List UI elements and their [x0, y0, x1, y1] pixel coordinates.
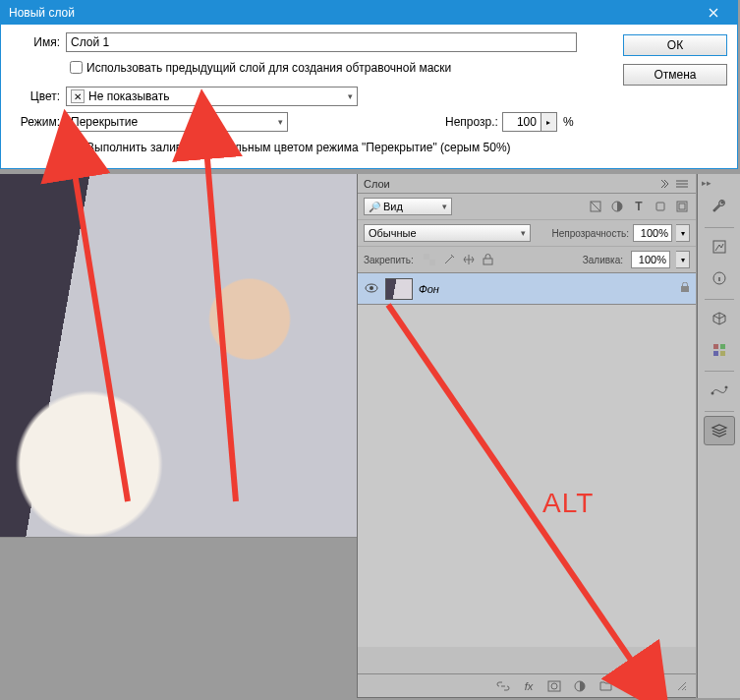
fill-neutral-label: Выполнить заливку нейтральным цветом реж…	[86, 141, 511, 154]
trash-icon[interactable]	[649, 678, 664, 694]
filter-adjust-icon[interactable]	[609, 199, 625, 214]
svg-point-21	[711, 392, 713, 395]
layer-opacity-label: Непрозрачность:	[551, 228, 629, 239]
filter-shape-icon[interactable]	[653, 199, 668, 214]
use-prev-mask-label: Использовать предыдущий слой для создани…	[86, 61, 451, 75]
color-select[interactable]: ✕Не показывать ▾	[66, 87, 358, 106]
history-icon	[712, 239, 727, 255]
adjustment-layer-icon[interactable]	[572, 678, 588, 694]
new-layer-dialog: Новый слой ОК Отмена Имя: Использовать п…	[0, 0, 738, 169]
lock-transparency-icon[interactable]	[422, 252, 437, 267]
fill-input[interactable]	[631, 251, 670, 268]
dialog-title: Новый слой	[9, 1, 75, 25]
chevron-down-icon: ▾	[442, 202, 447, 211]
fill-label: Заливка:	[583, 255, 623, 265]
fx-icon[interactable]: fx	[521, 678, 537, 694]
layers-panel: Слои 🔎Вид ▾ T Обычные ▾ Непрозрачность: …	[357, 174, 696, 698]
filter-smart-icon[interactable]	[674, 199, 690, 214]
lock-label: Закрепить:	[364, 255, 414, 265]
collapse-toolbar-button[interactable]: ▸▸	[702, 178, 712, 192]
mode-label: Режим:	[11, 115, 60, 129]
cube-icon	[712, 311, 727, 326]
opacity-label: Непрозр.:	[445, 115, 498, 129]
svg-point-12	[551, 683, 557, 689]
chevron-down-icon: ▾	[278, 117, 283, 127]
panel-collapse-button[interactable]	[656, 177, 672, 191]
lock-icon	[680, 282, 690, 295]
blend-mode-select[interactable]: Обычные ▾	[364, 224, 531, 242]
filter-pixel-icon[interactable]	[588, 199, 603, 214]
tool-swatches-button[interactable]	[704, 335, 735, 365]
tool-history-button[interactable]	[704, 232, 735, 262]
close-button[interactable]	[698, 3, 729, 23]
annotation-alt-label: ALT	[542, 488, 594, 519]
svg-rect-4	[679, 204, 685, 209]
fill-neutral-checkbox[interactable]	[70, 141, 83, 153]
group-icon[interactable]	[598, 678, 613, 694]
opacity-unit: %	[563, 115, 574, 129]
name-label: Имя:	[11, 35, 60, 49]
svg-rect-15	[713, 241, 725, 253]
cancel-button[interactable]: Отмена	[623, 64, 727, 86]
chevron-down-icon: ▾	[521, 228, 526, 238]
lock-all-icon[interactable]	[481, 252, 496, 267]
layer-thumbnail[interactable]	[385, 278, 413, 300]
layer-list: Фон	[358, 273, 696, 647]
swatches-icon	[712, 342, 727, 358]
dialog-titlebar: Новый слой	[1, 1, 737, 25]
add-mask-icon[interactable]	[546, 678, 562, 694]
wrench-icon	[711, 198, 728, 215]
right-toolbar: ▸▸	[697, 174, 740, 698]
svg-rect-5	[424, 254, 429, 260]
none-color-icon: ✕	[71, 89, 85, 103]
collapse-icon	[659, 180, 669, 188]
document-canvas[interactable]	[0, 174, 357, 698]
tool-3d-button[interactable]	[704, 304, 735, 333]
svg-point-22	[724, 386, 727, 389]
tool-layers-button[interactable]	[704, 416, 735, 445]
close-icon	[709, 8, 718, 18]
mode-select[interactable]: Перекрытие ▾	[66, 112, 288, 132]
tool-paths-button[interactable]	[704, 376, 735, 405]
lock-pixels-icon[interactable]	[441, 252, 457, 267]
opacity-input[interactable]	[502, 112, 541, 132]
panel-title: Слои	[364, 178, 390, 190]
svg-rect-19	[713, 351, 718, 356]
link-layers-icon[interactable]	[495, 678, 511, 694]
ok-button[interactable]: ОК	[623, 34, 727, 56]
svg-rect-7	[484, 259, 492, 264]
svg-rect-20	[720, 351, 725, 356]
filter-type-icon[interactable]: T	[631, 199, 647, 214]
svg-point-9	[370, 286, 373, 290]
use-prev-mask-checkbox[interactable]	[70, 61, 83, 74]
paths-icon	[711, 383, 728, 397]
fill-slider-button[interactable]: ▾	[676, 251, 690, 268]
opacity-slider-button[interactable]: ▸	[541, 112, 557, 132]
svg-rect-10	[681, 286, 689, 292]
panel-footer: fx	[358, 673, 696, 697]
tool-info-button[interactable]	[704, 263, 735, 293]
layer-name[interactable]: Фон	[419, 283, 674, 295]
svg-rect-6	[429, 260, 435, 265]
layer-opacity-slider-button[interactable]: ▾	[676, 224, 690, 242]
svg-rect-17	[713, 344, 718, 349]
resize-grip-icon	[674, 678, 690, 694]
filter-kind-select[interactable]: 🔎Вид ▾	[364, 198, 452, 215]
layer-opacity-input[interactable]	[633, 224, 672, 242]
new-layer-icon[interactable]	[623, 678, 639, 694]
svg-rect-18	[720, 344, 725, 349]
tool-wrench-button[interactable]	[704, 192, 735, 221]
menu-icon	[676, 180, 688, 188]
color-label: Цвет:	[11, 89, 60, 103]
panel-menu-button[interactable]	[674, 177, 690, 191]
info-icon	[712, 270, 727, 286]
layer-name-input[interactable]	[66, 32, 577, 52]
svg-rect-2	[656, 203, 664, 210]
document-image	[0, 174, 357, 538]
lock-position-icon[interactable]	[461, 252, 477, 267]
layers-icon	[711, 423, 728, 438]
layer-row[interactable]: Фон	[358, 273, 696, 305]
visibility-toggle[interactable]	[364, 282, 379, 296]
chevron-down-icon: ▾	[348, 91, 353, 101]
eye-icon	[365, 283, 378, 293]
